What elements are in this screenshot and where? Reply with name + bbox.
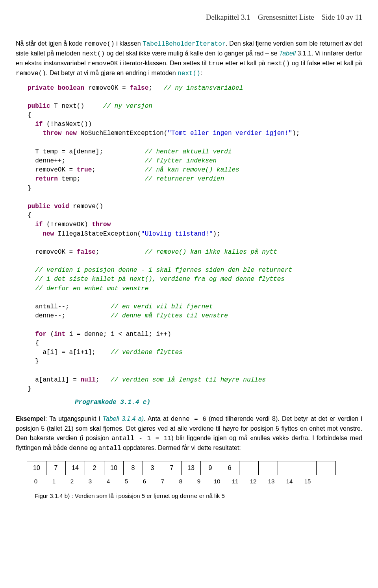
comment: // verdiene flyttes [111,349,182,356]
code-inline: removeOK [87,60,118,67]
code-inline: denne [180,493,198,500]
keyword: null [80,376,95,383]
comment: // i det siste kallet på next(), verdien… [28,276,285,283]
code: ; [96,376,111,383]
paragraph-example: Eksempel: Ta utgangspunkt i Tabell 3.1.4… [16,414,362,453]
array-cell: 8 [124,461,143,475]
index-cell: 4 [99,477,117,486]
array-cell: 6 [220,461,239,475]
index-cell: 6 [135,477,154,486]
array-cell [278,461,297,475]
comment: // verdien som lå lengst til høyre nulle… [111,376,266,383]
index-cell: 5 [117,477,135,486]
code: T next() [50,103,103,110]
text: Nå står det igjen å kode [16,40,84,47]
page-label: Side [322,13,337,21]
code: removeOK = [28,249,77,256]
code: ; [148,85,163,92]
sep: – [250,13,258,21]
keyword: public [28,203,50,210]
code: denne++; [28,157,145,164]
keyword: for [28,331,46,338]
code-inline: antall - 1 = 11 [111,435,171,442]
text: og [88,444,98,451]
text: : Ta utgangspunkt i [45,415,103,422]
code: i = denne; i < antall; i++) [65,331,171,338]
array-figure: 10 7 14 2 10 8 3 7 13 9 6 01234567891011… [16,461,362,501]
code-inline: remove() [16,70,46,77]
index-cell: 0 [27,477,45,486]
text: i iterator-klassen. Den settes til [118,60,208,66]
comment: // en verdi vil bli fjernet [111,303,213,310]
index-row: 0123456789101112131415 [27,477,362,486]
code-inline: next() [82,50,105,57]
array-cell: 2 [85,461,104,475]
array-cell: 10 [104,461,124,475]
code: (!removeOK) [43,221,92,228]
chapter-label: Delkapittel 3.1 [206,13,250,21]
code: ); [292,130,300,137]
comment: // verdien i posisjon denne - 1 skal fje… [28,267,292,274]
code-inline: next() [178,70,200,77]
page-header: Delkapittel 3.1 – Grensesnittet Liste – … [16,12,362,23]
keyword: false [77,249,96,256]
code: } [28,385,32,393]
reference-link: Tabell [279,50,296,57]
comment: // returnerer verdien [145,175,224,182]
code-inline: true [208,60,223,67]
comment: // henter aktuell verdi [145,148,232,155]
text: og det skal ikke være mulig å kalle den … [105,50,279,57]
code: ( [46,331,54,338]
code: { [28,112,32,119]
text: etter et kall på [223,60,267,66]
text: i klassen [115,40,143,47]
code-inline: antall [98,445,121,452]
code: ); [213,230,220,238]
class-name: TabellBeholderIterator [143,41,226,48]
keyword: if [28,221,43,228]
reference-link: Tabell 3.1.4 a) [103,415,144,422]
string: "Tomt eller ingen verdier igjen!" [167,130,292,137]
code: ; [92,166,145,173]
text: . Det betyr at vi må gjøre en endring i … [46,70,178,76]
text: : [200,70,202,76]
array-cell [317,461,336,475]
keyword: if [28,121,43,128]
text: Figur 3.1.4 b) : Verdien som lå i posisj… [35,492,180,499]
index-cell: 14 [280,477,298,486]
code: removeOK = [84,85,130,92]
array-cell: 7 [46,461,66,475]
index-cell: 12 [244,477,262,486]
code: { [28,340,39,347]
index-cell: 2 [63,477,81,486]
keyword: new [61,130,76,137]
code: remove() [69,203,103,210]
code-listing: private boolean removeOK = false; // ny … [28,84,362,394]
text: . Anta at [144,415,171,422]
keyword: void [50,203,69,210]
keyword: throw [28,130,61,137]
figure-caption: Figur 3.1.4 b) : Verdien som lå i posisj… [35,492,362,501]
code: NoSuchElementException( [77,130,167,137]
index-cell: 10 [208,477,226,486]
keyword: return [28,175,58,182]
comment: // remove() kan ikke kalles på nytt [145,249,277,256]
index-cell: 7 [154,477,172,486]
code: removeOK = [28,166,77,173]
chapter-title: Grensesnittet Liste [258,13,314,21]
array-cell: 14 [66,461,85,475]
array-cell: 10 [27,461,46,475]
index-cell: 1 [45,477,63,486]
code: T temp = a[denne]; [28,148,145,155]
page-number: 10 av 11 [337,13,362,21]
code: ; [96,249,145,256]
index-cell: 9 [190,477,208,486]
comment: // ny versjon [103,103,152,110]
keyword: public [28,103,50,110]
code-caption: Programkode 3.1.4 c) [75,398,362,407]
code-inline: remove() [84,41,115,48]
keyword: true [77,166,92,173]
array-cell: 7 [162,461,182,475]
keyword: int [54,331,65,338]
code: } [28,358,39,365]
